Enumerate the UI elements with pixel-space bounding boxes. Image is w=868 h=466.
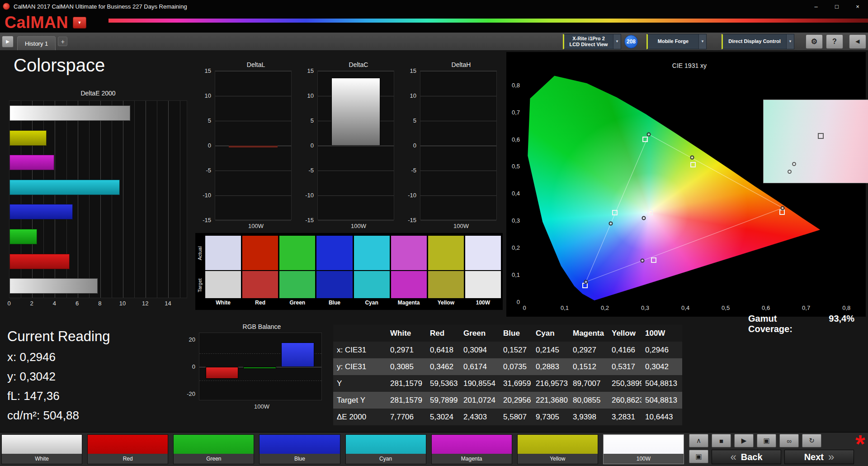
expand-left-panel-button[interactable]: ▶ bbox=[2, 36, 14, 48]
target-swatch bbox=[391, 271, 427, 298]
cie-measurement-cyan bbox=[609, 222, 613, 226]
swatch-label: Green bbox=[279, 298, 315, 307]
row-label: x: CIE31 bbox=[333, 342, 387, 358]
x-axis-label: 100W bbox=[198, 223, 297, 229]
window-title: CalMAN 2017 CalMAN Ultimate for Business… bbox=[14, 3, 187, 10]
chevron-down-icon: ▼ bbox=[786, 34, 794, 49]
help-button[interactable]: ? bbox=[826, 34, 843, 49]
swatch-column-white: White bbox=[205, 236, 241, 307]
deltae-x-axis: 02468101214 bbox=[9, 300, 187, 308]
calman-logo-text: CalMAN bbox=[5, 13, 68, 32]
minimize-button[interactable]: – bbox=[806, 0, 826, 13]
transport-controls: ∧ ■ ▶ ▣ ∞ ↻ * ▣ « Back Next » bbox=[686, 433, 868, 466]
chevrons-left-icon: « bbox=[730, 451, 736, 463]
pattern-source-dropdown[interactable]: Mobile Forge ▼ bbox=[646, 34, 707, 49]
axis-tick-label: -5 bbox=[308, 167, 314, 174]
axis-tick-label: 5 bbox=[413, 117, 416, 124]
loop-button[interactable]: ↻ bbox=[802, 434, 821, 447]
close-button[interactable]: × bbox=[847, 0, 868, 13]
cie-measurement-magenta bbox=[640, 259, 644, 263]
column-header-red: Red bbox=[426, 325, 460, 342]
axis-tick-label: 0 bbox=[413, 142, 416, 149]
next-button[interactable]: Next » bbox=[784, 450, 854, 464]
pattern-color bbox=[604, 435, 684, 454]
read-continuous-button[interactable]: ∞ bbox=[779, 434, 799, 447]
axis-tick-label: 12 bbox=[142, 300, 148, 307]
row-label: y: CIE31 bbox=[333, 358, 387, 375]
y-axis: 151050-5-10-15 bbox=[300, 71, 317, 220]
axis-tick-label: 10 bbox=[307, 92, 314, 99]
table-cell: 2,4303 bbox=[460, 409, 500, 425]
table-cell: 0,3462 bbox=[426, 358, 460, 375]
alert-indicator[interactable]: * bbox=[855, 431, 865, 457]
axis-tick-label: 0,2 bbox=[601, 304, 609, 311]
rgb-y-axis: 200-20 bbox=[181, 333, 199, 400]
actual-swatch bbox=[465, 236, 501, 270]
pattern-button-red[interactable]: Red bbox=[87, 434, 168, 464]
table-cell: 0,1527 bbox=[500, 342, 532, 358]
deltae-bar-white bbox=[9, 278, 98, 294]
axis-tick-label: 0 bbox=[7, 300, 10, 307]
swatch-column-red: Red bbox=[242, 236, 278, 307]
pattern-source-label: Mobile Forge bbox=[648, 34, 698, 49]
rainbow-gradient-strip bbox=[108, 19, 868, 23]
gridline bbox=[420, 146, 496, 146]
pattern-label: White bbox=[2, 454, 82, 464]
table-cell: 5,5807 bbox=[500, 409, 532, 425]
deltae-bar-red bbox=[9, 254, 70, 269]
gridline bbox=[215, 195, 291, 196]
axis-tick-label: 20 bbox=[189, 336, 195, 343]
axis-tick-label: 0,5 bbox=[722, 304, 730, 311]
row-label: Y bbox=[333, 375, 387, 392]
window-controls: – □ × bbox=[806, 0, 868, 13]
collapse-panel-button[interactable]: ∧ bbox=[689, 434, 708, 447]
infinity-icon: ∞ bbox=[787, 437, 792, 445]
maximize-button[interactable]: □ bbox=[826, 0, 847, 13]
pattern-button-cyan[interactable]: Cyan bbox=[345, 434, 426, 464]
pattern-color bbox=[259, 435, 340, 454]
pattern-button-white[interactable]: White bbox=[1, 434, 82, 464]
table-cell: 0,2145 bbox=[532, 342, 569, 358]
single-measure-button[interactable]: ▣ bbox=[689, 450, 708, 463]
titlebar: CalMAN 2017 CalMAN Ultimate for Business… bbox=[0, 0, 868, 13]
axis-tick-label: 0 bbox=[311, 142, 314, 149]
pattern-color bbox=[2, 435, 82, 454]
column-header-blue: Blue bbox=[500, 325, 532, 342]
swatch-label: 100W bbox=[465, 298, 501, 307]
play-icon: ▶ bbox=[741, 437, 747, 445]
stop-button[interactable]: ■ bbox=[712, 434, 731, 447]
logo-menu-button[interactable]: ▼ bbox=[73, 17, 86, 29]
inset-measurement-circle bbox=[792, 162, 796, 166]
collapse-right-panel-button[interactable]: ◀ bbox=[849, 34, 866, 49]
calman-app-icon bbox=[3, 3, 10, 10]
refresh-icon: ↻ bbox=[809, 437, 815, 445]
pattern-button-100w[interactable]: 100W bbox=[603, 434, 684, 464]
display-control-dropdown[interactable]: Direct Display Control ▼ bbox=[722, 34, 794, 49]
pattern-button-blue[interactable]: Blue bbox=[259, 434, 340, 464]
pattern-button-magenta[interactable]: Magenta bbox=[431, 434, 512, 464]
gamut-coverage-label: Gamut Coverage: bbox=[748, 314, 822, 334]
table-cell: 59,7899 bbox=[426, 392, 460, 409]
read-single-button[interactable]: ▣ bbox=[757, 434, 776, 447]
swatch-label: Magenta bbox=[391, 298, 427, 307]
gridline bbox=[420, 96, 496, 96]
add-tab-button[interactable]: + bbox=[58, 37, 67, 46]
chart-title: DeltaH bbox=[403, 61, 502, 68]
pattern-color bbox=[346, 435, 426, 454]
actual-swatch bbox=[242, 236, 278, 270]
gear-icon: ⚙ bbox=[811, 37, 817, 46]
settings-button[interactable]: ⚙ bbox=[806, 34, 823, 49]
back-button[interactable]: « Back bbox=[712, 450, 781, 464]
play-button[interactable]: ▶ bbox=[734, 434, 754, 447]
pattern-button-yellow[interactable]: Yellow bbox=[517, 434, 598, 464]
actual-swatch bbox=[428, 236, 464, 270]
table-cell: 260,8623 bbox=[608, 392, 642, 409]
meter-status-badge[interactable]: 208 bbox=[624, 35, 638, 48]
gridline bbox=[215, 121, 291, 121]
tab-history-1[interactable]: History 1 bbox=[17, 36, 56, 50]
chart-body: 151050-5-10-15 bbox=[403, 71, 502, 220]
delta-line bbox=[229, 146, 278, 147]
help-icon: ? bbox=[832, 38, 837, 46]
pattern-button-green[interactable]: Green bbox=[173, 434, 254, 464]
meter-dropdown[interactable]: X-Rite i1Pro 2 LCD Direct View ▼ bbox=[563, 34, 621, 49]
